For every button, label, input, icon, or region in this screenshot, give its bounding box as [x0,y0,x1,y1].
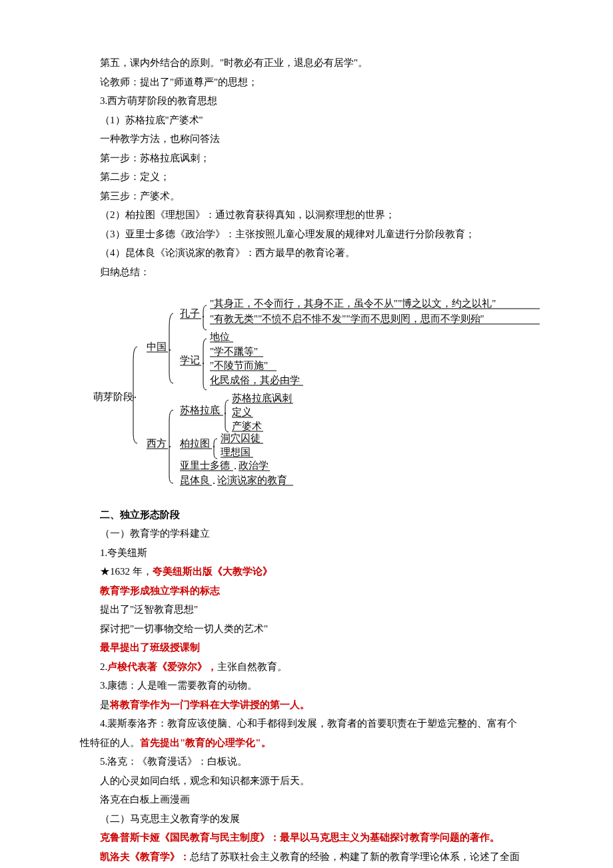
text-line: （二）马克思主义教育学的发展 [80,809,533,829]
branch-china: 中国 [147,341,167,352]
text-line: 归纳总结： [80,263,533,282]
text-line: （2）柏拉图《理想国》：通过教育获得真知，以洞察理想的世界； [80,205,533,225]
leaf-soc-1: 苏格拉底讽刺 [232,393,292,403]
diagram-svg: 萌芽阶段 中国 孔子 "其身正，不令而行，其身不正，虽令不从""博之以文，约之以… [93,293,546,487]
node-xueji: 学记 [180,355,200,365]
svg-point-29 [213,483,215,484]
text-line: 第一步：苏格拉底讽刺； [80,149,533,168]
text-line: （1）苏格拉底"产婆术" [80,111,533,130]
text-line: 论教师：提出了"师道尊严"的思想； [80,73,533,92]
section-top: 第五，课内外结合的原则。"时教必有正业，退息必有居学"。论教师：提出了"师道尊严… [80,53,533,281]
text-line: 最早提出了班级授课制 [80,638,533,657]
text-line: 探讨把"一切事物交给一切人类的艺术" [80,619,533,639]
text-line: 5.洛克：《教育漫话》：白板说。 [80,752,533,771]
node-quint: 昆体良 [180,475,210,485]
text-line: ★1632 年，夸美纽斯出版《大教学论》 [80,562,533,581]
branch-west: 西方 [147,438,167,449]
svg-point-1 [135,397,136,398]
text-line: 第三步：产婆术。 [80,187,533,206]
leaf-xueji-3: "不陵节而施" [210,360,268,371]
text-line: 是将教育学作为一门学科在大学讲授的第一人。 [80,695,533,715]
leaf-plato-1: 洞穴囚徒 [221,433,261,443]
leaf-xueji-1: 地位 [209,331,230,342]
text-line: 一种教学方法，也称问答法 [80,129,533,149]
leaf-kongzi-1: "其身正，不令而行，其身不正，虽令不从""博之以文，约之以礼" [210,298,496,309]
text-line: 第五，课内外结合的原则。"时教必有正业，退息必有居学"。 [80,53,533,73]
text-line: 2.卢梭代表著《爱弥尔》，主张自然教育。 [80,657,533,677]
svg-point-26 [235,468,236,469]
leaf-kongzi-2: "有教无类""不愤不启不悱不发""学而不思则罔，思而不学则殆" [210,313,484,324]
summary-diagram: 萌芽阶段 中国 孔子 "其身正，不令而行，其身不正，虽令不从""博之以文，约之以… [93,293,533,493]
document-page: 第五，课内外结合的原则。"时教必有正业，退息必有居学"。论教师：提出了"师道尊严… [0,0,613,868]
text-line: （一）教育学的学科建立 [80,524,533,543]
node-aristotle: 亚里士多德 [180,460,230,471]
text-line: 性特征的人。首先提出"教育的心理学化"。 [80,733,533,753]
leaf-xueji-4: 化民成俗，其必由学 [210,375,300,385]
text-line: （3）亚里士多德《政治学》：主张按照儿童心理发展的规律对儿童进行分阶段教育； [80,225,533,244]
leaf-soc-2: 定义 [232,407,252,417]
text-line: 教育学形成独立学科的标志 [80,581,533,601]
text-line: 二、独立形态阶段 [80,505,533,525]
leaf-plato-2: 理想国 [221,447,251,457]
text-line: 第二步：定义； [80,167,533,187]
node-socrates: 苏格拉底 [180,405,220,415]
leaf-soc-3: 产婆术 [232,421,262,431]
node-plato: 柏拉图 [179,438,210,449]
section-bottom: 二、独立形态阶段（一）教育学的学科建立1.夸美纽斯★1632 年，夸美纽斯出版《… [80,505,533,733]
section-bottom-tail: 性特征的人。首先提出"教育的心理学化"。5.洛克：《教育漫话》：白板说。人的心灵… [80,733,533,867]
text-line: 1.夸美纽斯 [80,543,533,563]
text-line: 3.康德：人是唯一需要教育的动物。 [80,676,533,695]
text-line: 人的心灵如同白纸，观念和知识都来源于后天。 [80,771,533,791]
node-kongzi: 孔子 [180,308,200,319]
text-line: 4.裴斯泰洛齐：教育应该使脑、心和手都得到发展，教育者的首要职责在于塑造完整的、… [80,714,533,733]
leaf-xueji-2: "学不躐等" [210,346,258,357]
leaf-quint-1: 论演说家的教育 [217,475,287,485]
text-line: 克鲁普斯卡娅《国民教育与民主制度》：最早以马克思主义为基础探讨教育学问题的著作。 [80,828,533,847]
text-line: 提出了"泛智教育思想" [80,600,533,619]
text-line: 凯洛夫《教育学》：总结了苏联社会主义教育的经验，构建了新的教育学理论体系，论述了… [80,847,533,867]
text-line: 洛克在白板上画漫画 [80,790,533,809]
leaf-arist-1: 政治学 [239,460,269,471]
text-line: （4）昆体良《论演说家的教育》：西方最早的教育论著。 [80,243,533,263]
diagram-root: 萌芽阶段 [93,391,133,402]
text-line: 3.西方萌芽阶段的教育思想 [80,91,533,111]
